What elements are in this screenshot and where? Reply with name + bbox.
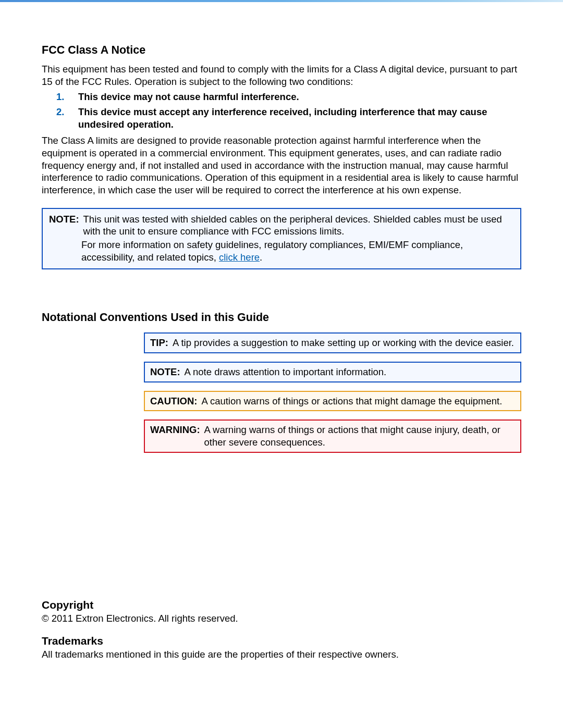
fcc-heading: FCC Class A Notice [42,44,521,57]
page-content: FCC Class A Notice This equipment has be… [0,2,563,685]
list-marker: 2. [56,106,64,118]
warning-box: WARNING: A warning warns of things or ac… [144,419,521,452]
trademarks-text: All trademarks mentioned in this guide a… [42,648,521,661]
trademarks-heading: Trademarks [42,635,521,647]
caution-text: A caution warns of things or actions tha… [201,395,515,408]
note-line2-post: . [260,252,262,263]
caution-box: CAUTION: A caution warns of things or ac… [144,391,521,412]
fcc-condition-1: 1. This device may not cause harmful int… [67,91,521,103]
caution-label: CAUTION: [150,395,197,408]
fcc-section: FCC Class A Notice This equipment has be… [42,44,521,196]
note-convention-box: NOTE: A note draws attention to importan… [144,362,521,382]
tip-text: A tip provides a suggestion to make sett… [173,337,515,349]
fcc-condition-1-text: This device may not cause harmful interf… [78,91,299,102]
note-convention-text: A note draws attention to important info… [185,366,515,378]
note-label: NOTE: [49,213,79,238]
note-box: NOTE: This unit was tested with shielded… [42,208,521,270]
note-line2: For more information on safety guideline… [81,239,514,263]
tip-box: TIP: A tip provides a suggestion to make… [144,332,521,353]
fcc-condition-2: 2. This device must accept any interfere… [67,106,521,130]
note-line1: This unit was tested with shielded cable… [83,213,514,238]
list-marker: 1. [56,91,64,103]
note-line2-pre: For more information on safety guideline… [81,239,463,263]
footer-section: Copyright © 2011 Extron Electronics. All… [42,599,521,661]
fcc-conditions-list: 1. This device may not cause harmful int… [42,91,521,130]
click-here-link[interactable]: click here [219,252,260,263]
warning-label: WARNING: [150,424,200,448]
fcc-body: The Class A limits are designed to provi… [42,134,521,196]
fcc-intro: This equipment has been tested and found… [42,63,521,88]
fcc-condition-2-text: This device must accept any interference… [78,106,487,130]
copyright-heading: Copyright [42,599,521,611]
conventions-heading: Notational Conventions Used in this Guid… [42,311,521,324]
conventions-section: Notational Conventions Used in this Guid… [42,311,521,452]
note-convention-label: NOTE: [150,366,180,378]
convention-boxes: TIP: A tip provides a suggestion to make… [144,332,521,452]
warning-text: A warning warns of things or actions tha… [204,424,515,448]
copyright-text: © 2011 Extron Electronics. All rights re… [42,612,521,625]
tip-label: TIP: [150,337,168,349]
